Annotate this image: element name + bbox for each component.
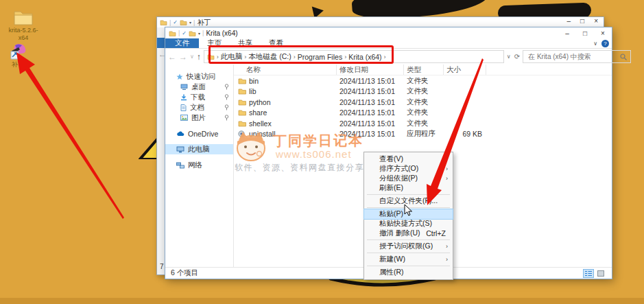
sidebar-item-desktop[interactable]: 桌面 xyxy=(165,82,233,92)
desktop-icon-krita-folder[interactable]: krita-5.2.6- x64 xyxy=(3,9,44,41)
menu-item-give-access[interactable]: 授予访问权限(G)› xyxy=(364,242,453,251)
menu-item-new[interactable]: 新建(W)› xyxy=(364,255,453,264)
column-header-size[interactable]: 大小 xyxy=(444,65,486,75)
menu-item-paste-shortcut[interactable]: 粘贴快捷方式(S) xyxy=(364,219,453,229)
item-count: 6 个项目 xyxy=(171,268,198,278)
sidebar-item-pictures[interactable]: 图片 xyxy=(165,113,233,123)
file-row-uninstall[interactable]: uninstall 2024/11/13 15:01 应用程序 69 KB xyxy=(234,129,612,140)
submenu-chevron-icon: › xyxy=(446,243,448,250)
sidebar-item-downloads[interactable]: 下载 xyxy=(165,92,233,102)
ribbon-collapse-icon[interactable]: ∨ xyxy=(593,40,597,47)
desktop-icon-krita-patch[interactable]: 补丁 xyxy=(0,43,36,68)
navigation-bar: ← → ∨ ↑ › 此电脑 › 本地磁盘 (C:) › Program File… xyxy=(165,49,612,65)
folder-icon xyxy=(169,30,176,36)
tab-share[interactable]: 共享 xyxy=(230,38,261,48)
breadcrumb-this-pc[interactable]: 此电脑 xyxy=(221,52,243,62)
window-title: Krita (x64) xyxy=(206,30,237,37)
desktop-monitor-icon xyxy=(180,84,188,90)
folder-icon xyxy=(238,99,246,106)
address-dropdown-icon[interactable]: ∨ xyxy=(507,54,511,60)
file-row-shellex[interactable]: shellex 2024/11/13 15:01 文件夹 xyxy=(234,118,612,129)
submenu-chevron-icon: › xyxy=(446,156,448,163)
forward-button[interactable]: → xyxy=(179,52,187,62)
file-row-lib[interactable]: lib 2024/11/13 15:01 文件夹 xyxy=(234,86,612,97)
star-icon xyxy=(176,73,183,80)
breadcrumb-program-files[interactable]: Program Files xyxy=(298,53,342,61)
file-row-share[interactable]: share 2024/11/13 15:01 文件夹 xyxy=(234,108,612,119)
krita-app-icon xyxy=(0,43,36,60)
back-window-title: 补丁 xyxy=(197,18,211,27)
explorer-titlebar[interactable]: | ✓ ▾ | Krita (x64) – □ × xyxy=(165,27,612,38)
tab-home[interactable]: 主页 xyxy=(199,38,230,48)
menu-separator xyxy=(367,207,450,208)
back-button[interactable]: ← xyxy=(168,52,176,62)
menu-separator xyxy=(367,239,450,240)
desktop: krita-5.2.6- x64 补丁 | ✓ ▾ | 补丁 – □ xyxy=(0,0,644,304)
search-input[interactable] xyxy=(527,52,620,61)
menu-item-view[interactable]: 查看(V)› xyxy=(364,154,453,164)
desktop-icon-label: x64 xyxy=(3,34,44,41)
tab-view[interactable]: 查看 xyxy=(261,38,291,48)
menu-item-sort-by[interactable]: 排序方式(O)› xyxy=(364,164,453,174)
sidebar-item-network[interactable]: 网络 xyxy=(165,160,233,170)
menu-item-properties[interactable]: 属性(R) xyxy=(364,268,453,277)
column-header-date-modified[interactable]: 修改日期 xyxy=(337,65,404,75)
context-menu: 查看(V)› 排序方式(O)› 分组依据(P)› 刷新(E) 自定义文件夹(F)… xyxy=(363,152,453,280)
ribbon-tabs: 文件 主页 共享 查看 xyxy=(165,38,612,49)
folder-icon xyxy=(238,109,246,116)
pin-icon xyxy=(224,94,229,100)
up-button[interactable]: ↑ xyxy=(197,52,201,62)
menu-item-undo-delete[interactable]: 撤消 删除(U)Ctrl+Z xyxy=(364,229,453,238)
application-icon xyxy=(238,130,246,137)
submenu-chevron-icon: › xyxy=(446,165,448,172)
menu-item-paste[interactable]: 粘贴(P) xyxy=(364,209,453,219)
sidebar-item-documents[interactable]: 文档 xyxy=(165,102,233,113)
sidebar-item-quick-access[interactable]: 快速访问 xyxy=(165,71,233,82)
details-view-button[interactable] xyxy=(583,269,594,278)
minimize-button[interactable]: – xyxy=(558,27,576,38)
menu-separator xyxy=(367,266,450,266)
close-button[interactable]: × xyxy=(594,27,612,38)
help-button[interactable]: ? xyxy=(601,40,609,47)
pin-icon xyxy=(224,115,229,121)
tab-file[interactable]: 文件 xyxy=(165,38,199,48)
minimize-button[interactable]: – xyxy=(567,17,571,25)
recent-locations-dropdown[interactable]: ∨ xyxy=(190,54,194,60)
address-bar[interactable]: › 此电脑 › 本地磁盘 (C:) › Program Files › Krit… xyxy=(204,50,504,63)
breadcrumb-krita-x64[interactable]: Krita (x64) xyxy=(348,53,381,61)
menu-item-group-by[interactable]: 分组依据(P)› xyxy=(364,174,453,183)
shortcut-label: Ctrl+Z xyxy=(426,229,446,237)
menu-separator xyxy=(367,253,450,253)
search-box[interactable] xyxy=(523,50,631,63)
file-row-python[interactable]: python 2024/11/13 15:01 文件夹 xyxy=(234,97,612,108)
pin-icon xyxy=(224,104,229,110)
file-row-bin[interactable]: bin 2024/11/13 15:01 文件夹 xyxy=(234,75,612,86)
this-pc-icon xyxy=(176,146,184,153)
column-header-name[interactable]: ˆ 名称 xyxy=(234,65,337,75)
maximize-button[interactable]: □ xyxy=(580,17,584,25)
pin-icon xyxy=(224,84,229,90)
thumbnails-view-button[interactable] xyxy=(595,269,606,278)
column-headers: ˆ 名称 修改日期 类型 大小 xyxy=(234,65,612,75)
folder-icon xyxy=(238,120,246,127)
sort-ascending-icon: ˆ xyxy=(282,62,284,68)
menu-item-refresh[interactable]: 刷新(E) xyxy=(364,183,453,193)
onedrive-cloud-icon xyxy=(176,131,184,137)
folder-icon xyxy=(238,88,246,95)
submenu-chevron-icon: › xyxy=(446,175,448,182)
maximize-button[interactable]: □ xyxy=(576,27,594,38)
folder-icon xyxy=(3,9,44,26)
refresh-icon[interactable]: ⟳ xyxy=(514,53,520,60)
sidebar-item-onedrive[interactable]: OneDrive xyxy=(165,128,233,139)
close-button[interactable]: × xyxy=(594,17,598,25)
menu-item-customize-folder[interactable]: 自定义文件夹(F)... xyxy=(364,196,453,206)
folder-icon xyxy=(180,19,187,25)
navigation-pane: 快速访问 桌面 下载 文档 xyxy=(165,65,234,267)
back-window-titlebar[interactable]: | ✓ ▾ | 补丁 – □ × xyxy=(157,17,604,27)
wallpaper-bottom-band xyxy=(0,298,644,304)
column-header-type[interactable]: 类型 xyxy=(404,65,444,75)
caret-down-icon: ▾ xyxy=(189,20,191,25)
breadcrumb-local-disk-c[interactable]: 本地磁盘 (C:) xyxy=(248,52,291,62)
sidebar-item-this-pc[interactable]: 此电脑 xyxy=(165,144,233,154)
folder-icon xyxy=(189,30,196,36)
